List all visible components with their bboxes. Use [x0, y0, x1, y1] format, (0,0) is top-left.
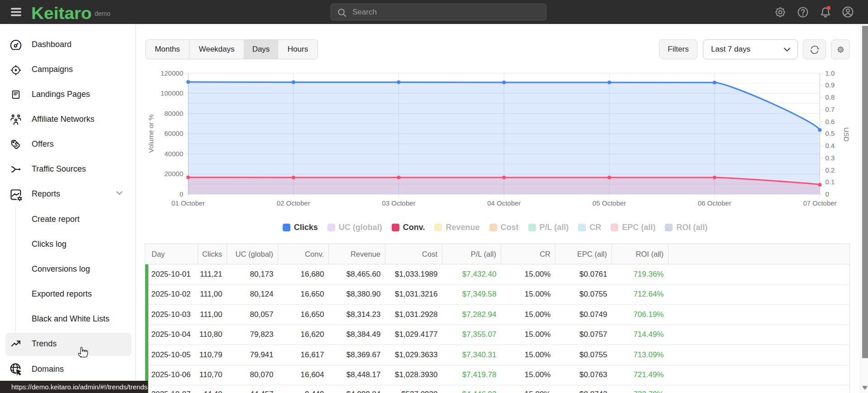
- svg-text:20000: 20000: [164, 170, 183, 177]
- svg-text:0.7: 0.7: [825, 105, 835, 113]
- svg-text:07 October: 07 October: [803, 199, 836, 207]
- svg-text:0.6: 0.6: [825, 118, 835, 125]
- svg-text:0.3: 0.3: [825, 154, 835, 162]
- svg-text:0: 0: [825, 190, 829, 198]
- svg-text:40000: 40000: [164, 150, 183, 158]
- svg-text:05 October: 05 October: [593, 199, 626, 207]
- svg-text:Volume or %: Volume or %: [147, 114, 155, 153]
- svg-text:100000: 100000: [161, 89, 183, 97]
- svg-text:01 October: 01 October: [171, 199, 205, 207]
- svg-text:0.8: 0.8: [825, 93, 835, 101]
- svg-text:04 October: 04 October: [487, 199, 521, 207]
- svg-text:0.1: 0.1: [825, 178, 835, 186]
- svg-text:80000: 80000: [164, 110, 183, 117]
- svg-text:1.0: 1.0: [825, 69, 835, 77]
- svg-text:0.4: 0.4: [825, 142, 835, 149]
- svg-text:06 October: 06 October: [698, 199, 731, 207]
- svg-text:60000: 60000: [164, 129, 183, 137]
- svg-text:0: 0: [180, 190, 183, 198]
- svg-text:120000: 120000: [161, 69, 183, 77]
- svg-text:0.9: 0.9: [825, 81, 835, 89]
- svg-text:USD: USD: [843, 127, 850, 142]
- svg-text:02 October: 02 October: [277, 199, 310, 207]
- svg-text:03 October: 03 October: [382, 199, 415, 207]
- svg-text:0.5: 0.5: [825, 129, 835, 137]
- svg-text:0.2: 0.2: [825, 166, 835, 174]
